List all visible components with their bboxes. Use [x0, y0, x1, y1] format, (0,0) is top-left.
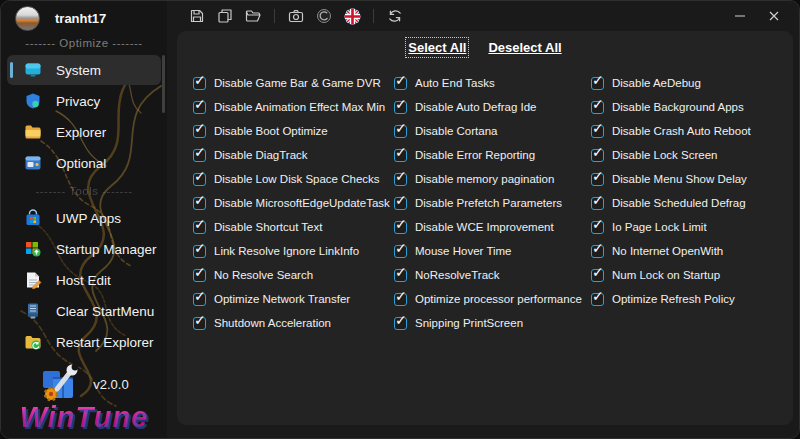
sidebar-scrollbar[interactable]: [162, 55, 165, 113]
checkbox[interactable]: [193, 149, 206, 162]
close-button[interactable]: [757, 3, 791, 29]
checkbox-label: Disable Low Disk Space Checks: [214, 173, 380, 185]
sidebar-item-restart-explorer[interactable]: Restart Explorer: [7, 327, 161, 357]
checkbox[interactable]: [394, 221, 407, 234]
checkbox[interactable]: [193, 221, 206, 234]
checkbox[interactable]: [394, 149, 407, 162]
checkbox[interactable]: [394, 197, 407, 210]
checkbox-item[interactable]: Disable Auto Defrag Ide: [394, 100, 591, 114]
checkbox[interactable]: [591, 101, 604, 114]
sidebar-item-label: Optional: [56, 156, 106, 171]
user-profile[interactable]: tranht17: [15, 6, 106, 31]
checkbox[interactable]: [394, 245, 407, 258]
checkbox-item[interactable]: Disable Prefetch Parameters: [394, 196, 591, 210]
save-copy-button[interactable]: [213, 4, 237, 28]
privacy-icon: [23, 91, 43, 111]
checkbox-item[interactable]: Snipping PrintScreen: [394, 316, 591, 330]
checkbox[interactable]: [591, 269, 604, 282]
restart-explorer-icon: [23, 332, 43, 352]
checkbox[interactable]: [394, 317, 407, 330]
checkbox-item[interactable]: Disable Background Apps: [591, 100, 789, 114]
titlebar: [167, 1, 799, 31]
checkbox-item[interactable]: Disable Shortcut Text: [193, 220, 394, 234]
checkbox[interactable]: [193, 125, 206, 138]
checkbox-item[interactable]: Disable Menu Show Delay: [591, 172, 789, 186]
checkbox[interactable]: [193, 269, 206, 282]
checkbox[interactable]: [193, 77, 206, 90]
checkbox[interactable]: [394, 125, 407, 138]
open-folder-button[interactable]: [241, 4, 265, 28]
checkbox-item[interactable]: Optimize processor performance: [394, 292, 591, 306]
uwp-apps-icon: [23, 208, 43, 228]
checkbox[interactable]: [193, 293, 206, 306]
checkbox-item[interactable]: Disable Game Bar & Game DVR: [193, 76, 394, 90]
checkbox[interactable]: [193, 173, 206, 186]
checkbox-item[interactable]: Disable WCE Improvement: [394, 220, 591, 234]
checkbox-item[interactable]: Mouse Hover Time: [394, 244, 591, 258]
language-button[interactable]: [340, 4, 364, 28]
checkbox-item[interactable]: Shutdown Acceleration: [193, 316, 394, 330]
sidebar-item-optional[interactable]: Optional: [7, 148, 161, 178]
sidebar: tranht17 ------- Optimize ------- System…: [1, 1, 167, 438]
checkbox-item[interactable]: No Internet OpenWith: [591, 244, 789, 258]
checkbox[interactable]: [193, 101, 206, 114]
sidebar-item-system[interactable]: System: [7, 55, 161, 85]
checkbox-item[interactable]: Auto End Tasks: [394, 76, 591, 90]
checkbox-item[interactable]: Disable Cortana: [394, 124, 591, 138]
sidebar-item-clear-startmenu[interactable]: Clear StartMenu: [7, 296, 161, 326]
checkbox[interactable]: [193, 317, 206, 330]
checkbox[interactable]: [193, 197, 206, 210]
checkbox-item[interactable]: No Resolve Search: [193, 268, 394, 282]
checkbox[interactable]: [394, 269, 407, 282]
deselect-all-link[interactable]: Deselect All: [488, 40, 561, 55]
host-edit-icon: [23, 270, 43, 290]
checkbox[interactable]: [394, 173, 407, 186]
sidebar-item-privacy[interactable]: Privacy: [7, 86, 161, 116]
checkbox-item[interactable]: Disable Scheduled Defrag: [591, 196, 789, 210]
checkbox-item[interactable]: Link Resolve Ignore LinkInfo: [193, 244, 394, 258]
checkbox-item[interactable]: Disable Boot Optimize: [193, 124, 394, 138]
minimize-button[interactable]: [723, 3, 757, 29]
sidebar-item-label: Clear StartMenu: [56, 304, 154, 319]
checkbox-item[interactable]: Disable MicrosoftEdgeUpdateTask: [193, 196, 394, 210]
checkbox[interactable]: [394, 77, 407, 90]
checkbox[interactable]: [591, 173, 604, 186]
sidebar-item-explorer[interactable]: Explorer: [7, 117, 161, 147]
sidebar-item-startup-manager[interactable]: Startup Manager: [7, 234, 161, 264]
checkbox-item[interactable]: Num Lock on Startup: [591, 268, 789, 282]
checkbox[interactable]: [591, 149, 604, 162]
checkbox-item[interactable]: Disable DiagTrack: [193, 148, 394, 162]
select-all-link[interactable]: Select All: [408, 40, 466, 55]
checkbox[interactable]: [394, 101, 407, 114]
checkbox-item[interactable]: NoResolveTrack: [394, 268, 591, 282]
checkbox-item[interactable]: Disable AeDebug: [591, 76, 789, 90]
theme-icon: [316, 8, 332, 24]
checkbox-item[interactable]: Disable Error Reporting: [394, 148, 591, 162]
checkbox-item[interactable]: Io Page Lock Limit: [591, 220, 789, 234]
save-icon: [189, 8, 205, 24]
checkbox[interactable]: [591, 221, 604, 234]
checkbox-item[interactable]: Optimize Network Transfer: [193, 292, 394, 306]
screenshot-button[interactable]: [284, 4, 308, 28]
explorer-icon: [23, 122, 43, 142]
checkbox-item[interactable]: Disable Lock Screen: [591, 148, 789, 162]
checkbox[interactable]: [591, 245, 604, 258]
refresh-button[interactable]: [383, 4, 407, 28]
checkbox[interactable]: [591, 197, 604, 210]
checkbox-item[interactable]: Optimize Refresh Policy: [591, 292, 789, 306]
checkbox[interactable]: [193, 245, 206, 258]
checkbox-label: Disable DiagTrack: [214, 149, 308, 161]
checkbox[interactable]: [394, 293, 407, 306]
checkbox-item[interactable]: Disable memory pagination: [394, 172, 591, 186]
theme-button[interactable]: [312, 4, 336, 28]
checkbox-item[interactable]: Disable Crash Auto Reboot: [591, 124, 789, 138]
checkbox-item[interactable]: Disable Low Disk Space Checks: [193, 172, 394, 186]
checkbox[interactable]: [591, 293, 604, 306]
checkbox-label: Mouse Hover Time: [415, 245, 512, 257]
save-button[interactable]: [185, 4, 209, 28]
checkbox[interactable]: [591, 125, 604, 138]
sidebar-item-host-edit[interactable]: Host Edit: [7, 265, 161, 295]
checkbox[interactable]: [591, 77, 604, 90]
sidebar-item-uwp-apps[interactable]: UWP Apps: [7, 203, 161, 233]
checkbox-item[interactable]: Disable Animation Effect Max Min: [193, 100, 394, 114]
